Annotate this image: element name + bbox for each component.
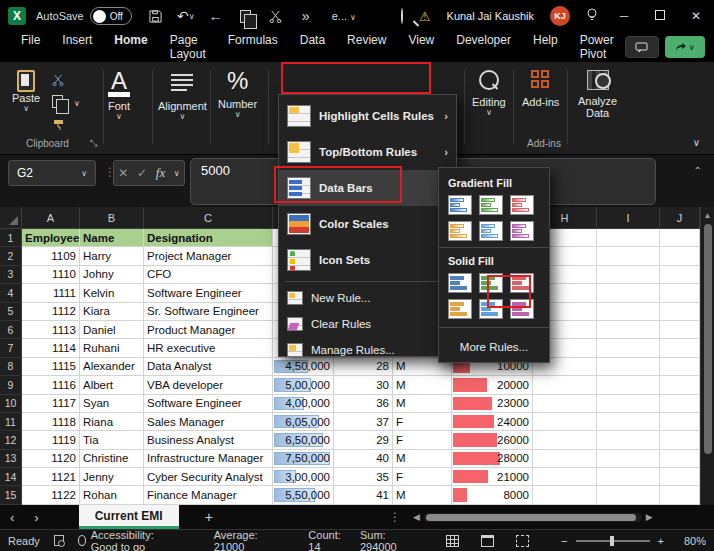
row-header-11[interactable]: 11 — [0, 413, 22, 431]
cell-D10[interactable]: 4,00,000 — [273, 395, 334, 413]
gradient-fill-blue-swatch[interactable] — [448, 195, 472, 215]
cell-I1[interactable] — [597, 229, 660, 247]
cell-C13[interactable]: Infrastructure Manager — [144, 450, 273, 468]
menu-item-clear-rules[interactable]: Clear Rules› — [279, 311, 456, 337]
cell-I13[interactable] — [597, 450, 660, 468]
zoom-out-icon[interactable]: − — [561, 535, 567, 547]
solid-fill-purple-swatch[interactable] — [510, 299, 534, 319]
cell-E11[interactable]: 37 — [334, 413, 393, 431]
cell-I12[interactable] — [597, 431, 660, 449]
cell-J6[interactable] — [660, 321, 700, 339]
fx-chevron-icon[interactable]: ∨ — [174, 169, 180, 178]
cell-I11[interactable] — [597, 413, 660, 431]
next-sheet-icon[interactable]: › — [24, 510, 48, 525]
cell-E13[interactable]: 40 — [334, 450, 393, 468]
vertical-scroll-thumb[interactable] — [704, 224, 712, 454]
solid-fill-blue-swatch[interactable] — [448, 273, 472, 293]
macro-record-icon[interactable] — [54, 535, 64, 546]
column-header-A[interactable]: A — [22, 207, 80, 228]
cell-I4[interactable] — [597, 284, 660, 302]
cell-F13[interactable]: M — [393, 450, 452, 468]
scroll-left-icon[interactable]: ◀ — [413, 512, 420, 522]
cell-A7[interactable]: 1114 — [22, 339, 80, 357]
cell-A13[interactable]: 1120 — [22, 450, 80, 468]
solid-fill-orange-swatch[interactable] — [448, 299, 472, 319]
formula-bar-collapse-icon[interactable]: ⌃ — [694, 165, 702, 176]
tab-page-layout[interactable]: Page Layout — [159, 27, 217, 67]
cell-A4[interactable]: 1111 — [22, 284, 80, 302]
row-header-1[interactable]: 1 — [0, 229, 22, 247]
cell-C6[interactable]: Product Manager — [144, 321, 273, 339]
new-sheet-icon[interactable]: + — [179, 509, 239, 525]
cell-B3[interactable]: Johny — [80, 266, 144, 284]
cell-I14[interactable] — [597, 468, 660, 486]
cell-A12[interactable]: 1119 — [22, 431, 80, 449]
zoom-slider[interactable] — [576, 540, 650, 542]
row-header-9[interactable]: 9 — [0, 376, 22, 394]
cell-D11[interactable]: 6,05,000 — [273, 413, 334, 431]
cancel-formula-icon[interactable]: ✕ — [118, 166, 128, 180]
cell-G14[interactable]: 21000 — [452, 468, 533, 486]
cell-E14[interactable]: 35 — [334, 468, 393, 486]
cell-A15[interactable]: 1122 — [22, 486, 80, 504]
sheet-tab-current-emi[interactable]: Current EMI — [79, 505, 179, 529]
qat-overflow-icon[interactable]: » — [298, 8, 314, 24]
cell-A9[interactable]: 1116 — [22, 376, 80, 394]
cell-I5[interactable] — [597, 303, 660, 321]
column-header-J[interactable]: J — [660, 207, 700, 228]
row-header-13[interactable]: 13 — [0, 450, 22, 468]
zoom-slider-thumb[interactable] — [610, 536, 614, 546]
row-header-6[interactable]: 6 — [0, 321, 22, 339]
cell-C10[interactable]: Software Engineer — [144, 395, 273, 413]
cell-I9[interactable] — [597, 376, 660, 394]
gradient-fill-orange-swatch[interactable] — [448, 221, 472, 241]
comments-button[interactable] — [625, 36, 659, 58]
gradient-fill-lightblue-swatch[interactable] — [479, 221, 503, 241]
accessibility-status[interactable]: Accessibility: Good to go — [78, 529, 174, 551]
cell-C15[interactable]: Finance Manager — [144, 486, 273, 504]
column-header-B[interactable]: B — [80, 207, 144, 228]
row-header-5[interactable]: 5 — [0, 303, 22, 321]
cell-A6[interactable]: 1113 — [22, 321, 80, 339]
cell-J4[interactable] — [660, 284, 700, 302]
cell-B7[interactable]: Ruhani — [80, 339, 144, 357]
cell-G15[interactable]: 8000 — [452, 486, 533, 504]
cell-C5[interactable]: Sr. Software Engineer — [144, 303, 273, 321]
cell-B10[interactable]: Syan — [80, 395, 144, 413]
cell-H14[interactable] — [533, 468, 597, 486]
cell-B13[interactable]: Christine — [80, 450, 144, 468]
cell-C4[interactable]: Software Engineer — [144, 284, 273, 302]
tab-insert[interactable]: Insert — [51, 27, 103, 67]
horizontal-scrollbar[interactable] — [424, 513, 642, 522]
cell-A10[interactable]: 1117 — [22, 395, 80, 413]
share-button[interactable]: ∨ — [665, 36, 705, 58]
solid-fill-red-swatch[interactable] — [510, 273, 534, 293]
cell-D12[interactable]: 6,50,000 — [273, 431, 334, 449]
cell-C14[interactable]: Cyber Security Analyst — [144, 468, 273, 486]
row-header-12[interactable]: 12 — [0, 431, 22, 449]
maximize-button[interactable] — [650, 9, 670, 23]
cell-F12[interactable]: F — [393, 431, 452, 449]
cell-B8[interactable]: Alexander — [80, 358, 144, 376]
undo-button[interactable]: ↶∨ — [178, 8, 194, 24]
gradient-fill-purple-swatch[interactable] — [510, 221, 534, 241]
cell-F9[interactable]: M — [393, 376, 452, 394]
search-icon[interactable] — [401, 9, 403, 23]
cell-F10[interactable]: M — [393, 395, 452, 413]
solid-fill-green-swatch[interactable] — [479, 273, 503, 293]
ribbon-collapse-icon[interactable]: ∨ — [693, 137, 700, 148]
cell-D13[interactable]: 7,50,000 — [273, 450, 334, 468]
cell-B15[interactable]: Rohan — [80, 486, 144, 504]
row-header-7[interactable]: 7 — [0, 339, 22, 357]
font-group-button[interactable]: A Font ∨ — [108, 70, 130, 121]
cell-J14[interactable] — [660, 468, 700, 486]
copy-icon[interactable] — [238, 8, 254, 24]
save-icon[interactable] — [148, 8, 164, 24]
cell-C8[interactable]: Data Analyst — [144, 358, 273, 376]
cell-J13[interactable] — [660, 450, 700, 468]
solid-fill-lightblue-swatch[interactable] — [479, 299, 503, 319]
cell-I6[interactable] — [597, 321, 660, 339]
cell-C9[interactable]: VBA developer — [144, 376, 273, 394]
cell-J1[interactable] — [660, 229, 700, 247]
column-header-I[interactable]: I — [597, 207, 660, 228]
